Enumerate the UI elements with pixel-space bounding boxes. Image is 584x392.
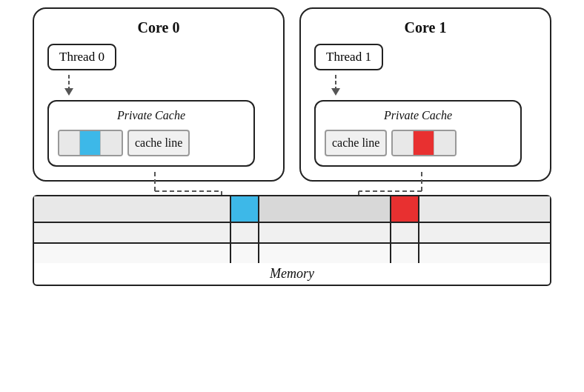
core0-private-cache: Private Cache cache line xyxy=(47,100,255,167)
mem-red-cell xyxy=(391,196,419,222)
core0-cache-cell-3 xyxy=(101,131,122,156)
cores-section: Core 0 Thread 0 Private Cache xyxy=(10,7,574,182)
core1-cache-line-label: cache line xyxy=(325,130,387,156)
mem-blue-cell xyxy=(231,196,259,222)
core0-cache-label: Private Cache xyxy=(58,109,245,122)
memory-row-3 xyxy=(34,244,550,263)
core0-box: Core 0 Thread 0 Private Cache xyxy=(33,7,285,182)
core1-thread-arrow xyxy=(326,75,345,97)
core1-cache-cell-1 xyxy=(393,131,414,156)
memory-row-2 xyxy=(34,223,550,244)
core0-cache-line-block xyxy=(58,130,123,156)
mem-right xyxy=(419,196,550,222)
svg-marker-3 xyxy=(331,88,340,96)
mem-mid xyxy=(259,196,391,222)
core0-cache-line-label: cache line xyxy=(127,130,190,156)
mem3-right xyxy=(419,244,550,263)
mem2-right xyxy=(419,223,550,242)
mem3-mid xyxy=(259,244,391,263)
mem2-red-area xyxy=(391,223,419,242)
memory-label: Memory xyxy=(34,263,550,285)
core1-label: Core 1 xyxy=(314,19,537,36)
memory-wrapper: Memory xyxy=(10,195,574,286)
mem2-mid xyxy=(259,223,391,242)
svg-marker-1 xyxy=(64,88,73,96)
core1-cache-cell-3 xyxy=(434,131,455,156)
core1-box: Core 1 Thread 1 Private Cache cache line xyxy=(299,7,551,182)
memory-row-1 xyxy=(34,196,550,223)
mem3-left xyxy=(34,244,231,263)
core1-thread-box: Thread 1 xyxy=(314,44,383,70)
core1-cache-label: Private Cache xyxy=(325,109,511,122)
core0-cache-cell-2 xyxy=(80,131,101,156)
mem-left xyxy=(34,196,231,222)
memory-section: Memory xyxy=(33,195,551,286)
core0-thread-box: Thread 0 xyxy=(47,44,116,70)
mem3-blue-area xyxy=(231,244,259,263)
mem3-red-area xyxy=(391,244,419,263)
mem2-blue-area xyxy=(231,223,259,242)
mem2-left xyxy=(34,223,231,242)
diagram: Core 0 Thread 0 Private Cache xyxy=(10,7,574,385)
core0-cache-cell-1 xyxy=(59,131,80,156)
core0-label: Core 0 xyxy=(47,19,270,36)
core1-private-cache: Private Cache cache line xyxy=(314,100,522,167)
core0-thread-arrow xyxy=(59,75,79,97)
core1-cache-line-block xyxy=(391,130,457,156)
core1-cache-cell-2 xyxy=(414,131,434,156)
